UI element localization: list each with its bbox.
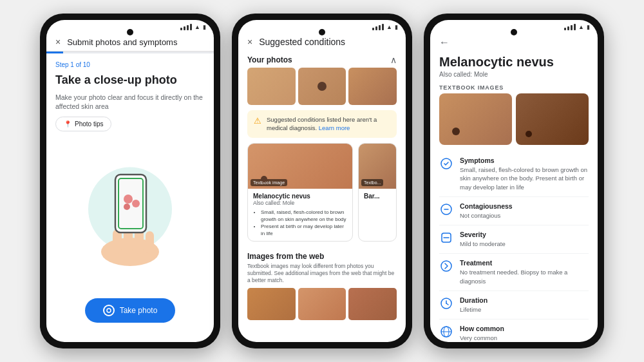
how-common-title: How common [460,325,589,332]
web-images-title: Images from the web [247,252,397,261]
battery-icon-3: ▮ [587,24,590,30]
battery-icon-2: ▮ [395,24,398,30]
close-button[interactable]: × [55,37,61,47]
photo-tips-button[interactable]: 📍 Photo tips [55,117,111,131]
punch-hole-1 [127,29,133,35]
condition-info-1: Melanocytic nevus Also called: Mole Smal… [248,189,352,242]
treatment-icon [439,259,453,273]
phone-2-screen: ▲ ▮ × Suggested conditions Your photos ∧… [238,20,406,342]
severity-title: Severity [460,231,589,238]
contagiousness-icon [439,202,453,216]
info-symptoms: Symptoms Small, raised, flesh-colored to… [439,151,589,197]
screen3-content: ← Melanocytic nevus Also called: Mole TE… [430,32,598,342]
condition-also-1: Also called: Mole [253,200,347,206]
condition-name-1: Melanocytic nevus [253,193,347,200]
symptoms-icon [439,157,453,171]
wifi-icon-2: ▲ [386,24,392,30]
phone-1: ▲ ▮ × Submit photos and symptoms Step 1 … [40,14,220,348]
signal-icon-2 [372,24,384,30]
bullet-1: Small, raised, flesh-colored to brown gr… [261,209,347,223]
take-photo-label: Take photo [120,306,158,315]
photo-tips-label: Photo tips [75,120,103,128]
phone-3-screen: ▲ ▮ ← Melanocytic nevus Also called: Mol… [430,20,598,342]
textbook-img-1 [439,93,512,145]
treatment-text: Treatment No treatment needed. Biopsy to… [460,259,589,285]
learn-more-link[interactable]: Learn more [319,124,350,131]
web-images-row [247,288,397,320]
phone-3: ▲ ▮ ← Melanocytic nevus Also called: Mol… [424,14,604,348]
svg-point-10 [107,309,111,312]
bullet-2: Present at birth or may develop later in… [261,223,347,237]
info-treatment: Treatment No treatment needed. Biopsy to… [439,254,589,291]
textbook-images-row [430,93,598,151]
location-icon: 📍 [64,120,71,128]
condition-info-2: Bar... [359,189,396,204]
severity-text: Severity Mild to moderate [460,231,589,248]
photo-thumb-1 [247,68,296,105]
wifi-icon: ▲ [194,24,200,30]
signal-icon-3 [564,24,576,30]
main-title: Take a close-up photo [55,73,205,88]
close-button-2[interactable]: × [247,37,252,47]
take-photo-button[interactable]: Take photo [85,298,176,323]
back-button[interactable]: ← [439,37,450,48]
illustration-area [55,137,205,291]
how-common-desc: Very common [460,334,589,342]
punch-hole-3 [511,29,517,35]
svg-point-9 [124,204,130,210]
hand-phone-illustration [75,155,185,268]
duration-icon [439,296,453,310]
screen1-header-title: Submit photos and symptoms [67,37,177,47]
illustration-wrapper [75,155,185,271]
svg-point-8 [132,200,140,207]
info-how-common: How common Very common [439,319,589,342]
web-images-section: Images from the web Textbook images may … [238,247,406,323]
contagiousness-text: Contagiousness Not contagious [460,202,589,220]
treatment-desc: No treatment needed. Biopsy to make a di… [460,268,589,285]
screen2-title: Suggested conditions [259,37,345,47]
your-photos-label: Your photos [247,55,292,64]
warning-icon: ⚠ [254,116,261,126]
screen1-body: Step 1 of 10 Take a close-up photo Make … [46,53,214,298]
condition-card-1[interactable]: Textbook image Melanocytic nevus Also ca… [247,143,353,242]
info-duration: Duration Lifetime [439,291,589,319]
screen3-main-title: Melanocytic nevus [430,52,598,71]
duration-desc: Lifetime [460,305,589,314]
web-img-3 [348,288,397,320]
info-severity: Severity Mild to moderate [439,225,589,254]
punch-hole-2 [319,29,325,35]
textbook-badge-2: Textbo... [361,179,383,186]
web-images-desc: Textbook images may look different from … [247,263,397,284]
camera-icon [103,305,115,316]
info-section: Symptoms Small, raised, flesh-colored to… [430,151,598,342]
textbook-badge-1: Textbook image [251,179,287,186]
photos-row-header: Your photos ∧ [238,51,406,68]
description-text: Make your photo clear and focus it direc… [55,93,205,111]
condition-img-1: Textbook image [248,144,352,189]
how-common-icon [439,325,453,339]
web-img-1 [247,288,296,320]
contagiousness-title: Contagiousness [460,202,589,210]
photo-thumb-3 [348,68,397,105]
duration-text: Duration Lifetime [460,296,589,314]
signal-icon [180,24,192,30]
symptoms-title: Symptoms [460,157,589,164]
severity-desc: Mild to moderate [460,240,589,248]
svg-rect-4 [146,231,154,254]
severity-icon [439,231,453,245]
treatment-title: Treatment [460,259,589,267]
condition-name-2: Bar... [364,193,391,200]
chevron-up-icon[interactable]: ∧ [390,55,397,65]
symptoms-text: Symptoms Small, raised, flesh-colored to… [460,157,589,191]
condition-img-2: Textbo... [359,144,396,189]
photos-grid [238,68,406,110]
svg-point-7 [124,195,133,204]
wifi-icon-3: ▲ [578,24,584,30]
phone-2: ▲ ▮ × Suggested conditions Your photos ∧… [232,14,412,348]
condition-bullets-1: Small, raised, flesh-colored to brown gr… [253,209,347,238]
battery-icon: ▮ [203,24,206,30]
disclaimer-text: Suggested conditions listed here aren't … [267,115,390,133]
svg-point-16 [441,261,451,271]
condition-card-2[interactable]: Textbo... Bar... [358,143,397,242]
photo-thumb-2 [298,68,346,105]
